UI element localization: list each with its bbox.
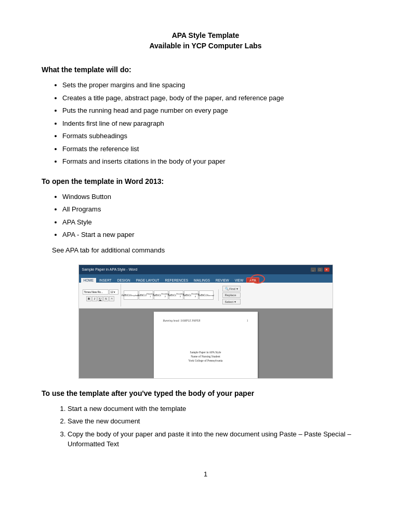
strikethrough-btn: S <box>103 296 109 301</box>
style-heading2: AaBbCcHeading 2 <box>154 290 168 300</box>
word-document-area: Running head: SAMPLE PAPER 1 Sample Pape… <box>79 309 333 378</box>
section3-heading: To use the template after you've typed t… <box>42 389 369 397</box>
font-color-btn: A <box>109 296 114 301</box>
list-item: All Programs <box>62 204 369 215</box>
section-what-template-does: What the template will do: Sets the prop… <box>42 65 369 167</box>
document-center-content: Sample Paper in APA Style Name of Nursin… <box>163 351 248 363</box>
tab-view: VIEW <box>232 278 246 283</box>
page-number-header: 1 <box>247 319 248 322</box>
list-item: Creates a title page, abstract page, bod… <box>62 93 369 103</box>
list-item: Sets the proper margins and line spacing <box>62 80 369 90</box>
section2-heading: To open the template in Word 2013: <box>42 177 369 185</box>
font-name-dropdown: Times New Ro... <box>83 289 109 295</box>
ribbon-font-group: Times New Ro... 12 ▾ B I U S A <box>82 284 121 307</box>
close-btn: ✕ <box>324 268 329 272</box>
select-btn: Select ▾ <box>222 299 241 304</box>
tab-insert: INSERT <box>97 278 114 283</box>
list-item: Start a new document with the template <box>68 404 369 414</box>
tab-home: HOME <box>81 278 97 283</box>
word-screenshot-content: Sample Paper in APA Style - Word _ □ ✕ H… <box>79 265 333 378</box>
find-btn: 🔍 Find ▾ <box>222 286 241 291</box>
see-apa-note: See APA tab for additional commands <box>52 246 369 254</box>
use-template-list: Start a new document with the template S… <box>68 404 369 449</box>
apa-tab-highlight <box>250 274 265 284</box>
list-item: Formats and inserts citations in the bod… <box>62 156 369 167</box>
list-item: Formats the reference list <box>62 144 369 154</box>
maximize-btn: □ <box>317 268 323 272</box>
doc-line-3: York College of Pennsylvania <box>163 359 248 362</box>
doc-line-1: Sample Paper in APA Style <box>163 351 248 354</box>
footer-page-number: 1 <box>204 470 207 478</box>
document-header: Running head: SAMPLE PAPER 1 <box>163 319 248 322</box>
tab-design: DESIGN <box>115 278 133 283</box>
list-item: Formats subheadings <box>62 131 369 141</box>
list-item: Copy the body of your paper and paste it… <box>68 429 369 449</box>
style-heading4: AaBbCcHeading 4 <box>184 290 198 300</box>
styles-group: AaBbCcIEmphasis AaBbCcIHeading 1 AaBbCcH… <box>123 289 219 301</box>
tab-review: REVIEW <box>213 278 232 283</box>
font-format-btns: B I U S A <box>86 296 114 301</box>
page: APA Style Template Available in YCP Comp… <box>0 0 411 532</box>
style-heading1: AaBbCcIHeading 1 <box>139 290 153 300</box>
title-section: APA Style Template Available in YCP Comp… <box>42 31 369 50</box>
italic-btn: I <box>92 296 97 301</box>
tab-mailings: MAILINGS <box>191 278 213 283</box>
ribbon-right-panel: 🔍 Find ▾ Replace Select ▾ <box>222 286 241 304</box>
template-features-list: Sets the proper margins and line spacing… <box>62 80 369 167</box>
style-heading5: AaBbCcINormal <box>199 290 214 300</box>
list-item: APA Style <box>62 217 369 228</box>
section-use-template: To use the template after you've typed t… <box>42 389 369 449</box>
titlebar-text: Sample Paper in APA Style - Word <box>82 268 138 271</box>
word-ribbon: Times New Ro... 12 ▾ B I U S A AaBbCcIEm… <box>79 283 333 309</box>
list-item: Indents first line of new paragraph <box>62 118 369 129</box>
minimize-btn: _ <box>311 268 316 272</box>
underline-btn: U <box>98 296 103 301</box>
list-item: Windows Button <box>62 192 369 202</box>
list-item: Puts the running head and page number on… <box>62 105 369 116</box>
font-selectors: Times New Ro... 12 ▾ <box>83 289 118 295</box>
section-open-template: To open the template in Word 2013: Windo… <box>42 177 369 254</box>
titlebar-buttons: _ □ ✕ <box>311 268 329 272</box>
word-titlebar: Sample Paper in APA Style - Word _ □ ✕ <box>79 265 333 274</box>
style-heading3: AaBbCcHeading 3 <box>169 290 183 300</box>
word-screenshot: Sample Paper in APA Style - Word _ □ ✕ H… <box>78 264 333 379</box>
replace-btn: Replace <box>222 292 241 298</box>
font-size-dropdown: 12 ▾ <box>109 289 118 295</box>
doc-line-2: Name of Nursing Student <box>163 355 248 358</box>
bold-btn: B <box>86 296 91 301</box>
section1-heading: What the template will do: <box>42 65 369 74</box>
word-document-page: Running head: SAMPLE PAPER 1 Sample Pape… <box>154 312 258 378</box>
page-subtitle: Available in YCP Computer Labs <box>42 42 369 50</box>
list-item: Save the new document <box>68 416 369 427</box>
page-footer: 1 <box>42 470 369 478</box>
tab-references: REFERENCES <box>163 278 191 283</box>
open-template-list: Windows Button All Programs APA Style AP… <box>62 192 369 240</box>
running-head: Running head: SAMPLE PAPER <box>163 319 201 322</box>
style-normal: AaBbCcIEmphasis <box>124 290 138 300</box>
tab-page-layout: PAGE LAYOUT <box>134 278 162 283</box>
page-title: APA Style Template <box>42 31 369 39</box>
list-item: APA - Start a new paper <box>62 230 369 240</box>
ribbon-tabs: HOME INSERT DESIGN PAGE LAYOUT REFERENCE… <box>79 274 333 283</box>
